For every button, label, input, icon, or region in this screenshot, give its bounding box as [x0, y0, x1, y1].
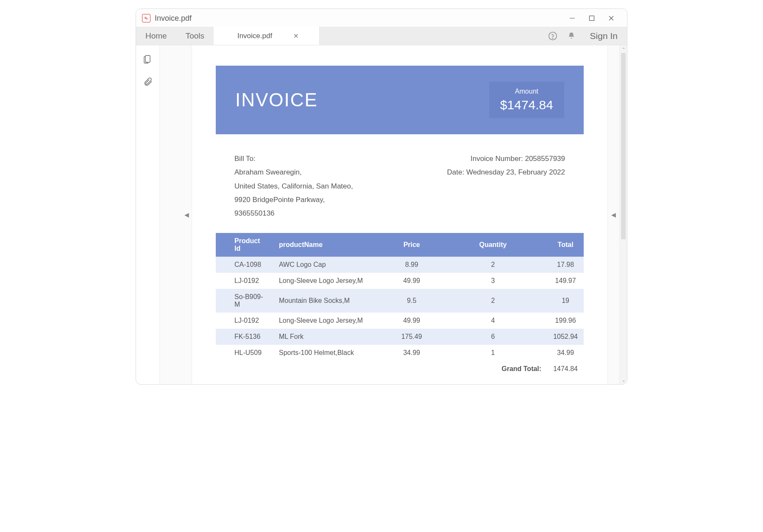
- cell-name: AWC Logo Cap: [273, 257, 385, 273]
- cell-total: 1052.94: [547, 329, 584, 345]
- cell-id: CA-1098: [216, 257, 273, 273]
- window-title: Invoice.pdf: [155, 14, 192, 23]
- cell-qty: 3: [439, 273, 547, 289]
- cell-id: LJ-0192: [216, 313, 273, 329]
- titlebar: Invoice.pdf: [136, 9, 627, 27]
- collapse-left-icon[interactable]: ◀: [184, 211, 189, 218]
- svg-rect-2: [590, 16, 594, 21]
- vertical-scrollbar[interactable]: ⌃ ⌄: [619, 45, 627, 384]
- amount-block: Amount $1474.84: [489, 82, 564, 118]
- table-header-row: Product Id productName Price Quantity To…: [216, 233, 584, 257]
- cell-qty: 4: [439, 313, 547, 329]
- help-icon[interactable]: [543, 27, 562, 45]
- table-row: HL-U509Sports-100 Helmet,Black34.99134.9…: [216, 345, 584, 361]
- cell-qty: 6: [439, 329, 547, 345]
- pdf-reader-window: Invoice.pdf Home Tools Invoice.pdf ✕: [136, 8, 627, 385]
- cell-price: 34.99: [385, 345, 439, 361]
- bill-phone: 9365550136: [234, 207, 353, 220]
- cell-total: 199.96: [547, 313, 584, 329]
- amount-value: $1474.84: [500, 98, 553, 112]
- invoice-number-block: Invoice Number: 2058557939 Date: Wednesd…: [447, 152, 565, 220]
- invoice-number: Invoice Number: 2058557939: [447, 152, 565, 166]
- bill-street: 9920 BridgePointe Parkway,: [234, 193, 353, 207]
- cell-qty: 1: [439, 345, 547, 361]
- cell-name: Mountain Bike Socks,M: [273, 289, 385, 313]
- th-quantity: Quantity: [439, 233, 547, 257]
- th-product-id: Product Id: [216, 233, 273, 257]
- svg-point-0: [145, 17, 146, 18]
- scroll-down-icon[interactable]: ⌄: [620, 378, 627, 382]
- th-total: Total: [547, 233, 584, 257]
- cell-id: So-B909-M: [216, 289, 273, 313]
- bill-to-block: Bill To: Abraham Swearegin, United State…: [234, 152, 353, 220]
- minimize-button[interactable]: [563, 11, 582, 25]
- attachment-icon[interactable]: [143, 77, 153, 89]
- menu-tools[interactable]: Tools: [176, 27, 214, 45]
- table-row: FK-5136ML Fork175.4961052.94: [216, 329, 584, 345]
- invoice-title: INVOICE: [235, 89, 318, 111]
- th-product-name: productName: [273, 233, 385, 257]
- grand-total-value: 1474.84: [547, 361, 584, 377]
- document-tab-label: Invoice.pdf: [237, 32, 272, 40]
- left-toolbar: [136, 45, 160, 384]
- cell-id: HL-U509: [216, 345, 273, 361]
- cell-total: 34.99: [547, 345, 584, 361]
- cell-qty: 2: [439, 289, 547, 313]
- close-window-button[interactable]: [601, 11, 621, 25]
- sign-in-link[interactable]: Sign In: [581, 27, 627, 45]
- cell-total: 149.97: [547, 273, 584, 289]
- close-tab-button[interactable]: ✕: [293, 32, 299, 40]
- cell-total: 17.98: [547, 257, 584, 273]
- scroll-up-icon[interactable]: ⌃: [620, 47, 627, 52]
- table-row: LJ-0192Long-Sleeve Logo Jersey,M49.99419…: [216, 313, 584, 329]
- svg-point-6: [552, 38, 553, 38]
- cell-name: Long-Sleeve Logo Jersey,M: [273, 273, 385, 289]
- bill-name: Abraham Swearegin,: [234, 166, 353, 179]
- collapse-right-icon[interactable]: ◀: [611, 211, 616, 218]
- page-viewport: INVOICE Amount $1474.84 Bill To: Abraham…: [192, 45, 607, 384]
- cell-price: 49.99: [385, 273, 439, 289]
- cell-id: LJ-0192: [216, 273, 273, 289]
- grand-total-label: Grand Total:: [439, 361, 547, 377]
- cell-name: Sports-100 Helmet,Black: [273, 345, 385, 361]
- grand-total-row: Grand Total: 1474.84: [216, 361, 584, 377]
- invoice-table: Product Id productName Price Quantity To…: [216, 233, 584, 377]
- cell-price: 9.5: [385, 289, 439, 313]
- pdf-app-icon: [142, 14, 150, 22]
- cell-price: 49.99: [385, 313, 439, 329]
- invoice-meta: Bill To: Abraham Swearegin, United State…: [216, 134, 584, 233]
- bill-address: United States, California, San Mateo,: [234, 180, 353, 193]
- menu-home[interactable]: Home: [136, 27, 176, 45]
- thumbnail-gutter: ◀: [160, 45, 192, 384]
- cell-name: Long-Sleeve Logo Jersey,M: [273, 313, 385, 329]
- scroll-thumb[interactable]: [621, 53, 626, 239]
- document-body: ◀ INVOICE Amount $1474.84 Bill To: Abrah: [136, 45, 627, 384]
- table-row: LJ-0192Long-Sleeve Logo Jersey,M49.99314…: [216, 273, 584, 289]
- cell-price: 175.49: [385, 329, 439, 345]
- invoice-date: Date: Wednesday 23, February 2022: [447, 166, 565, 179]
- cell-price: 8.99: [385, 257, 439, 273]
- cell-total: 19: [547, 289, 584, 313]
- thumbnails-icon[interactable]: [143, 54, 153, 66]
- table-row: So-B909-MMountain Bike Socks,M9.5219: [216, 289, 584, 313]
- maximize-button[interactable]: [582, 11, 601, 25]
- amount-label: Amount: [500, 88, 553, 95]
- cell-qty: 2: [439, 257, 547, 273]
- right-gutter: ◀: [607, 45, 619, 384]
- invoice-banner: INVOICE Amount $1474.84: [216, 66, 584, 134]
- cell-id: FK-5136: [216, 329, 273, 345]
- bell-icon[interactable]: [562, 27, 581, 45]
- document-tab[interactable]: Invoice.pdf ✕: [214, 27, 320, 45]
- th-price: Price: [385, 233, 439, 257]
- bill-to-label: Bill To:: [234, 152, 353, 166]
- table-row: CA-1098AWC Logo Cap8.99217.98: [216, 257, 584, 273]
- menubar: Home Tools Invoice.pdf ✕ Sign In: [136, 27, 627, 45]
- cell-name: ML Fork: [273, 329, 385, 345]
